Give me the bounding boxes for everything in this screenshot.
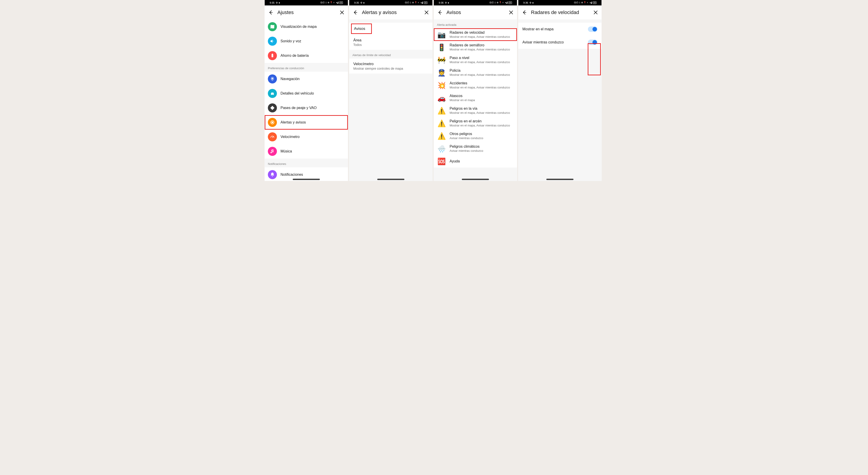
aviso-icon: 🌧️ bbox=[437, 144, 446, 153]
row-sub: Mostrar en el mapa, Avisar mientras cond… bbox=[450, 111, 514, 115]
aviso-icon: 👮 bbox=[437, 68, 446, 77]
status-time: 9:35 bbox=[270, 1, 274, 4]
aviso-item-9[interactable]: 🌧️Peligros climáticosAvisar mientras con… bbox=[434, 142, 517, 155]
settings-item-1[interactable]: Sonido y voz bbox=[265, 34, 348, 49]
driving-item-5[interactable]: Música bbox=[265, 144, 348, 158]
row-sub: Mostrar en el mapa, Avisar mientras cond… bbox=[450, 60, 514, 64]
aviso-item-10[interactable]: 🆘Ayuda bbox=[434, 155, 517, 168]
row-label: Otros peligros bbox=[450, 132, 514, 136]
row-sub: Mostrar en el mapa, Avisar mientras cond… bbox=[450, 35, 514, 39]
close-button[interactable] bbox=[424, 10, 429, 15]
status-icons-left: ✣ ● bbox=[529, 1, 534, 4]
row-sub: Avisar mientras conduzco bbox=[450, 137, 514, 140]
aviso-item-1[interactable]: 🚦Radares de semáforoMostrar en el mapa, … bbox=[434, 41, 517, 54]
close-button[interactable] bbox=[508, 10, 514, 15]
alerts-row-1[interactable]: ÁreaTodos bbox=[349, 35, 432, 50]
row-sub: Todos bbox=[353, 43, 428, 47]
aviso-icon: 📷 bbox=[437, 30, 446, 39]
driving-item-3[interactable]: Alertas y avisos bbox=[265, 115, 348, 129]
status-bar: 9:36✣ ● ⓃⒻ ᛒ ✲ 📍 ᯤ ▮◢88 bbox=[518, 0, 601, 5]
driving-item-1[interactable]: Detalles del vehículo bbox=[265, 86, 348, 101]
nav-handle[interactable] bbox=[377, 179, 404, 180]
status-icons-left: ✣ ● bbox=[276, 1, 280, 4]
screen-avisos: 9:36✣ ● ⓃⒻ ᛒ ✲ 📍 ᯤ ▮◢88 Avisos Alerta ac… bbox=[434, 0, 517, 181]
section-notifications: Notificaciones bbox=[265, 158, 348, 168]
svg-rect-0 bbox=[272, 54, 273, 57]
svg-point-4 bbox=[273, 94, 274, 95]
row-label: Peligros climáticos bbox=[450, 145, 514, 149]
page-title: Avisos bbox=[446, 9, 504, 16]
battery-icon: 88 bbox=[593, 1, 596, 4]
row-label: Ahorro de batería bbox=[281, 54, 345, 58]
aviso-item-4[interactable]: 💥AccidentesMostrar en el mapa, Avisar mi… bbox=[434, 79, 517, 92]
screen-ajustes: 9:35✣ ● ⓃⒻ ᛒ ✲ 📍 ᯤ ▮◢88 Ajustes Visualiz… bbox=[265, 0, 348, 181]
section-alert-active: Alerta activada bbox=[434, 20, 517, 28]
row-sub: Avisar mientras conduzco bbox=[450, 149, 514, 153]
aviso-item-6[interactable]: ⚠️Peligros en la víaMostrar en el mapa, … bbox=[434, 104, 517, 117]
aviso-icon: ⚠️ bbox=[437, 119, 446, 128]
page-title: Radares de velocidad bbox=[531, 9, 589, 16]
row-label: Avisos bbox=[351, 24, 372, 34]
back-button[interactable] bbox=[522, 10, 527, 15]
sound-icon bbox=[268, 37, 277, 46]
status-bar: 9:35✣ ● ⓃⒻ ᛒ ✲ 📍 ᯤ ▮◢88 bbox=[265, 0, 348, 5]
aviso-icon: 💥 bbox=[437, 81, 446, 90]
section-driving: Preferencias de conducción bbox=[265, 63, 348, 72]
toggle-label: Avisar mientras conduzco bbox=[522, 40, 588, 44]
aviso-icon: 🚗 bbox=[437, 93, 446, 102]
row-label: Notificaciones bbox=[281, 173, 345, 177]
nav-icon bbox=[268, 75, 277, 84]
aviso-item-7[interactable]: ⚠️Peligros en el arcénMostrar en el mapa… bbox=[434, 117, 517, 129]
settings-item-0[interactable]: Visualización de mapa bbox=[265, 20, 348, 34]
battery-icon bbox=[268, 51, 277, 60]
status-bar: 9:36✣ ● ⓃⒻ ᛒ ✲ 📍 ᯤ ▮◢88 bbox=[434, 0, 517, 5]
settings-item-2[interactable]: Ahorro de batería bbox=[265, 49, 348, 63]
row-label: Policía bbox=[450, 68, 514, 72]
row-sub: Mostrar en el mapa, Avisar mientras cond… bbox=[450, 73, 514, 77]
aviso-item-5[interactable]: 🚗AtascosMostrar en el mapa bbox=[434, 92, 517, 104]
row-label: Accidentes bbox=[450, 81, 514, 85]
alerts-row-0[interactable]: Avisos bbox=[349, 23, 432, 35]
svg-point-3 bbox=[271, 94, 272, 95]
speed-row-0[interactable]: VelocímetroMostrar siempre controles de … bbox=[349, 59, 432, 73]
aviso-item-8[interactable]: ⚠️Otros peligrosAvisar mientras conduzco bbox=[434, 129, 517, 142]
svg-rect-1 bbox=[272, 54, 273, 54]
aviso-item-3[interactable]: 👮PolicíaMostrar en el mapa, Avisar mient… bbox=[434, 66, 517, 79]
screen-radares: 9:36✣ ● ⓃⒻ ᛒ ✲ 📍 ᯤ ▮◢88 Radares de veloc… bbox=[518, 0, 602, 181]
speed-icon bbox=[268, 132, 277, 141]
music-icon bbox=[268, 147, 277, 156]
row-label: Navegación bbox=[281, 77, 345, 81]
close-button[interactable] bbox=[593, 10, 598, 15]
alert-icon bbox=[268, 118, 277, 127]
battery-icon: 88 bbox=[424, 1, 428, 4]
aviso-item-2[interactable]: 🚧Paso a nivelMostrar en el mapa, Avisar … bbox=[434, 54, 517, 66]
close-button[interactable] bbox=[339, 10, 345, 15]
driving-item-2[interactable]: Pases de peaje y VAO bbox=[265, 101, 348, 115]
nav-handle[interactable] bbox=[293, 179, 320, 180]
car-icon bbox=[268, 89, 277, 98]
toggle-switch[interactable] bbox=[588, 27, 597, 32]
back-button[interactable] bbox=[352, 10, 358, 15]
status-icons-left: ✣ ● bbox=[360, 1, 365, 4]
status-icons-left: ✣ ● bbox=[445, 1, 449, 4]
section-speed-limit: Alertas de límite de velocidad bbox=[349, 50, 432, 59]
row-sub: Mostrar siempre controles de mapa bbox=[353, 67, 428, 70]
toggle-label: Mostrar en el mapa bbox=[522, 27, 588, 31]
status-time: 9:35 bbox=[354, 1, 359, 4]
row-label: Música bbox=[281, 149, 345, 153]
aviso-icon: ⚠️ bbox=[437, 106, 446, 115]
back-button[interactable] bbox=[268, 10, 273, 15]
battery-icon: 88 bbox=[508, 1, 512, 4]
row-sub: Mostrar en el mapa bbox=[450, 98, 514, 102]
toggle-row-0: Mostrar en el mapa bbox=[518, 23, 601, 36]
row-label: Atascos bbox=[450, 94, 514, 98]
nav-handle[interactable] bbox=[546, 179, 574, 180]
row-label: Velocímetro bbox=[281, 135, 345, 139]
screen-alertas-y-avisos: 9:35✣ ● ⓃⒻ ᛒ ✲ 📍 ᯤ ▮◢88 Alertas y avisos… bbox=[349, 0, 433, 181]
nav-handle[interactable] bbox=[462, 179, 489, 180]
driving-item-0[interactable]: Navegación bbox=[265, 72, 348, 86]
driving-item-4[interactable]: Velocímetro bbox=[265, 129, 348, 144]
aviso-item-0[interactable]: 📷Radares de velocidadMostrar en el mapa,… bbox=[434, 28, 517, 41]
highlight-toggles bbox=[588, 44, 600, 75]
back-button[interactable] bbox=[437, 10, 442, 15]
